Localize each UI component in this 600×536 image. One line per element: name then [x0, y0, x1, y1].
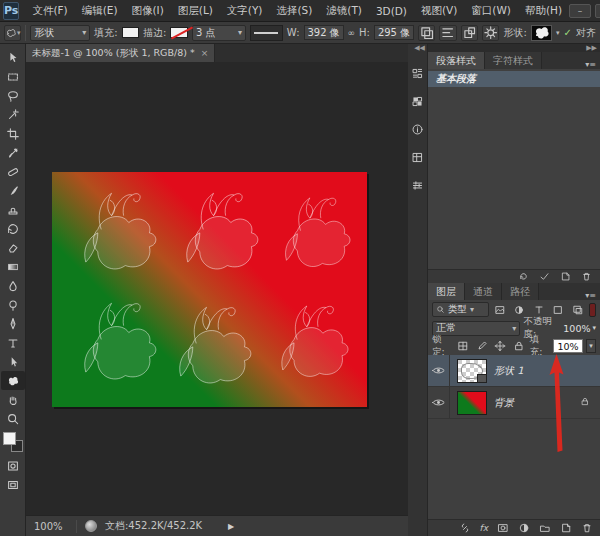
- tab-character-styles[interactable]: 字符样式: [485, 52, 542, 69]
- visibility-toggle[interactable]: [428, 355, 450, 386]
- chevron-down-icon[interactable]: ▾: [556, 29, 560, 37]
- spot-healing-tool[interactable]: [1, 162, 25, 181]
- link-dimensions-icon[interactable]: ∞: [348, 28, 356, 38]
- dodge-tool[interactable]: [1, 295, 25, 314]
- layer-thumbnail[interactable]: [457, 359, 487, 383]
- lock-pixels-button[interactable]: [474, 339, 490, 354]
- width-input[interactable]: 392 像: [304, 25, 344, 40]
- zoom-tool[interactable]: [1, 409, 25, 428]
- chevron-down-icon[interactable]: ▾: [586, 339, 596, 353]
- status-options-arrow-icon[interactable]: ▶: [228, 522, 234, 531]
- layer-style-icon[interactable]: fx: [480, 523, 489, 533]
- zoom-level-field[interactable]: 100%: [34, 521, 68, 532]
- menu-help[interactable]: 帮助(H): [518, 4, 569, 18]
- pen-tool[interactable]: [1, 314, 25, 333]
- add-mask-icon[interactable]: [497, 522, 509, 534]
- tab-paragraph-styles[interactable]: 段落样式: [428, 52, 485, 69]
- check-icon[interactable]: [539, 271, 550, 282]
- foreground-color-swatch[interactable]: [3, 432, 16, 445]
- menu-image[interactable]: 图像(I): [124, 4, 170, 18]
- panel-icon-swatches[interactable]: [410, 93, 426, 109]
- menu-type[interactable]: 文字(Y): [220, 4, 270, 18]
- menu-view[interactable]: 视图(V): [414, 4, 464, 18]
- tab-paths[interactable]: 路径: [502, 283, 539, 300]
- menu-window[interactable]: 窗口(W): [464, 4, 518, 18]
- filter-type-select[interactable]: 类型 ▾: [432, 302, 489, 317]
- layer-thumbnail[interactable]: [457, 391, 487, 415]
- height-input[interactable]: 295 像: [374, 25, 414, 40]
- screen-mode-button[interactable]: [1, 475, 25, 494]
- trash-icon[interactable]: [581, 271, 592, 282]
- gradient-tool[interactable]: [1, 257, 25, 276]
- eyedropper-tool[interactable]: [1, 143, 25, 162]
- panel-icon-info[interactable]: [410, 121, 426, 137]
- crop-tool[interactable]: [1, 124, 25, 143]
- visibility-toggle[interactable]: [428, 387, 450, 418]
- trash-icon[interactable]: [581, 522, 593, 534]
- path-selection-tool[interactable]: [1, 352, 25, 371]
- new-layer-icon[interactable]: [560, 522, 572, 534]
- panel-icon-character[interactable]: [410, 149, 426, 165]
- filter-pixel-layers-button[interactable]: [492, 302, 509, 317]
- layer-name[interactable]: 形状 1: [494, 364, 524, 378]
- collapse-panels-icon[interactable]: ▶▶: [586, 44, 597, 52]
- stroke-style-picker[interactable]: [250, 25, 283, 41]
- stroke-width-select[interactable]: 3 点 ▾: [192, 25, 246, 41]
- menu-filter[interactable]: 滤镜(T): [319, 4, 369, 18]
- panel-icon-styles[interactable]: [410, 65, 426, 81]
- stroke-swatch[interactable]: [170, 27, 187, 38]
- clone-stamp-tool[interactable]: [1, 200, 25, 219]
- menu-select[interactable]: 选择(S): [269, 4, 319, 18]
- magic-wand-tool[interactable]: [1, 105, 25, 124]
- brush-tool[interactable]: [1, 181, 25, 200]
- lock-transparency-button[interactable]: [455, 339, 471, 354]
- panel-menu-icon[interactable]: ▾≡: [581, 291, 600, 300]
- layer-row-shape1[interactable]: 形状 1: [428, 355, 600, 387]
- redefine-style-icon[interactable]: [518, 271, 529, 282]
- maximize-button[interactable]: ▢: [595, 4, 600, 18]
- layer-row-background[interactable]: 背景: [428, 387, 600, 419]
- lock-position-button[interactable]: [493, 339, 509, 354]
- menu-file[interactable]: 文件(F): [25, 4, 74, 18]
- path-operations-button[interactable]: [418, 25, 435, 41]
- minimize-button[interactable]: –: [569, 4, 591, 18]
- tool-mode-select[interactable]: 形状 ▾: [30, 25, 90, 41]
- hand-tool[interactable]: [1, 390, 25, 409]
- move-tool[interactable]: [1, 48, 25, 67]
- marquee-tool[interactable]: [1, 67, 25, 86]
- fill-opacity-input[interactable]: 10%: [553, 339, 583, 353]
- opacity-value[interactable]: 100%: [563, 323, 590, 334]
- panel-icon-properties[interactable]: [410, 177, 426, 193]
- expand-panels-icon[interactable]: ◀◀: [414, 44, 427, 53]
- path-arrangement-button[interactable]: [461, 25, 478, 41]
- document-tab[interactable]: 未标题-1 @ 100% (形状 1, RGB/8) * ×: [26, 44, 215, 62]
- shape-picker[interactable]: [531, 25, 552, 41]
- quick-mask-button[interactable]: [1, 456, 25, 475]
- type-tool[interactable]: [1, 333, 25, 352]
- path-alignment-button[interactable]: [439, 25, 456, 41]
- menu-layer[interactable]: 图层(L): [171, 4, 220, 18]
- history-brush-tool[interactable]: [1, 219, 25, 238]
- layer-name[interactable]: 背景: [494, 396, 514, 410]
- tool-preset-button[interactable]: ▾: [4, 25, 21, 41]
- tab-channels[interactable]: 通道: [465, 283, 502, 300]
- panel-menu-icon[interactable]: ▾≡: [581, 60, 600, 69]
- adjustment-layer-icon[interactable]: [518, 522, 530, 534]
- link-layers-icon[interactable]: [459, 522, 471, 534]
- custom-shape-tool[interactable]: [1, 371, 25, 390]
- menu-3d[interactable]: 3D(D): [369, 5, 414, 17]
- align-edges-checkbox[interactable]: ✓: [564, 27, 572, 38]
- lasso-tool[interactable]: [1, 86, 25, 105]
- lock-all-button[interactable]: [511, 339, 527, 354]
- close-tab-icon[interactable]: ×: [201, 48, 209, 58]
- fill-swatch[interactable]: [122, 27, 139, 38]
- new-style-icon[interactable]: [560, 271, 571, 282]
- chevron-down-icon[interactable]: ▾: [592, 324, 596, 332]
- canvas[interactable]: [52, 172, 367, 407]
- tab-layers[interactable]: 图层: [428, 283, 465, 300]
- blur-tool[interactable]: [1, 276, 25, 295]
- new-group-icon[interactable]: [539, 522, 551, 534]
- menu-edit[interactable]: 编辑(E): [75, 4, 125, 18]
- style-item-basic-paragraph[interactable]: 基本段落: [428, 71, 600, 87]
- shape-options-button[interactable]: [482, 25, 499, 41]
